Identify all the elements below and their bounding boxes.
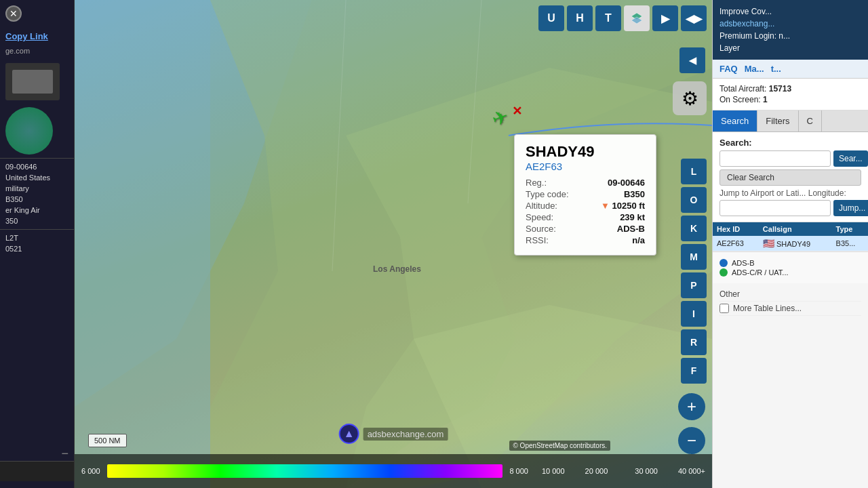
total-aircraft-row: Total Aircraft: 15713 [719, 84, 861, 94]
map-side-buttons: L O K M P I R F [681, 41, 707, 384]
popup-source-row: Source: ADS-B [526, 224, 645, 234]
extra-link[interactable]: t... [771, 64, 781, 74]
aircraft-table: Hex ID Callsign Type AE2F63 🇺🇸 SHADY49 B… [713, 222, 868, 251]
popup-type-row: Type code: B350 [526, 189, 645, 199]
btn-u[interactable]: U [538, 5, 564, 31]
jump-row: Jump... [719, 200, 861, 216]
tab-filters[interactable]: Filters [757, 110, 798, 131]
popup-reg-row: Reg.: 09-00646 [526, 178, 645, 188]
btn-t[interactable]: T [595, 5, 621, 31]
btn-h[interactable]: H [567, 5, 593, 31]
header-link[interactable]: adsbexchang... [719, 19, 774, 28]
collapse-btn[interactable]: ◀▶ [681, 5, 707, 31]
other-row: Other [719, 287, 861, 302]
scale-bar: 500 NM [88, 434, 127, 447]
jump-label: Jump to Airport or Lati... Longitude: [719, 188, 861, 198]
btn-l[interactable]: L [681, 159, 707, 184]
los-angeles-label: Los Angeles [373, 264, 421, 274]
map-toolbar: U H T ▶ ◀▶ [538, 5, 707, 31]
model-text: 350 [0, 216, 74, 226]
btn-r[interactable]: R [681, 329, 707, 355]
col-type[interactable]: Type [832, 222, 868, 236]
right-header: Improve Cov... adsbexchang... Premium Lo… [713, 0, 868, 60]
map-link[interactable]: Ma... [745, 64, 764, 74]
adsc-dot [719, 268, 728, 277]
color-label-4: 30 000 [635, 467, 658, 475]
alt-arrow-icon: ▼ [601, 201, 610, 211]
copy-link-button[interactable]: Copy Link [0, 27, 74, 45]
bar-label-2: 10 000 [479, 464, 500, 478]
popup-rssi-row: RSSI: n/a [526, 235, 645, 245]
jump-button[interactable]: Jump... [833, 200, 868, 216]
on-screen-row: On Screen: 1 [719, 95, 861, 104]
popup-alt-value: ▼ 10250 ft [601, 201, 645, 211]
btn-p[interactable]: P [681, 272, 707, 298]
color-label-3: 20 000 [585, 467, 608, 475]
on-screen-value: 1 [763, 95, 768, 104]
popup-source-value: ADS-B [617, 224, 645, 234]
map-area[interactable]: ✈ ✕ U H T ▶ ◀▶ ◀ ⚙ L O K M P I R F SH [75, 0, 712, 488]
popup-hex: AE2F63 [526, 161, 645, 172]
color-label-0: 6 000 [81, 467, 100, 475]
svg-marker-8 [631, 17, 642, 24]
flag-icon: 🇺🇸 [763, 238, 774, 249]
header-line1: Improve Cov... [719, 5, 861, 18]
btn-f[interactable]: F [681, 358, 707, 384]
on-screen-label: On Screen: [719, 95, 761, 104]
adsc-label: ADS-C/R / UAT... [732, 268, 789, 277]
right-panel: Improve Cov... adsbexchang... Premium Lo… [712, 0, 868, 488]
airport-text: L2T [0, 232, 74, 243]
close-button[interactable]: ✕ [5, 5, 22, 22]
cell-type: B35... [832, 236, 868, 251]
right-links: FAQ Ma... t... [713, 60, 868, 79]
zoom-out-button[interactable]: − [678, 427, 705, 454]
country-text: United States [0, 172, 74, 183]
popup-alt-row: Altitude: ▼ 10250 ft [526, 201, 645, 211]
more-table-row: More Table Lines... [719, 302, 861, 316]
btn-m[interactable]: M [681, 244, 707, 270]
forward-btn[interactable]: ▶ [652, 5, 678, 31]
layer-btn[interactable] [624, 5, 650, 31]
color-bar-container: 6 000 8 000 10 000 8 000 10 000 20 000 3… [75, 454, 712, 488]
tab-search[interactable]: Search [713, 110, 757, 131]
total-label: Total Aircraft: [719, 84, 766, 94]
col-callsign[interactable]: Callsign [759, 222, 832, 236]
altitude-color-bar: 8 000 10 000 [107, 464, 503, 478]
more-lines-checkbox[interactable] [719, 304, 729, 313]
btn-o[interactable]: O [681, 187, 707, 213]
divider2 [0, 229, 74, 230]
aircraft-close-icon[interactable]: ✕ [512, 104, 522, 119]
left-panel: ✕ Copy Link ge.com 09-00646 United State… [0, 0, 75, 488]
btn-i[interactable]: I [681, 301, 707, 327]
zoom-in-button[interactable]: + [678, 393, 705, 420]
search-input[interactable] [719, 150, 831, 167]
legend-adsc: ADS-C/R / UAT... [719, 268, 861, 277]
popup-reg-label: Reg.: [526, 178, 547, 188]
code-text: 0521 [0, 243, 74, 254]
color-label-2: 10 000 [542, 467, 565, 475]
col-hex-id[interactable]: Hex ID [713, 222, 759, 236]
popup-callsign: SHADY49 [526, 143, 645, 161]
popup-rssi-value: n/a [632, 235, 645, 245]
tab-c[interactable]: C [799, 110, 822, 131]
source-legend: ADS-B ADS-C/R / UAT... [713, 251, 868, 283]
premium-line: Premium Login: n... [719, 30, 861, 42]
clear-search-button[interactable]: Clear Search [719, 169, 861, 186]
table-row[interactable]: AE2F63 🇺🇸 SHADY49 B35... [713, 236, 868, 251]
btn-k[interactable]: K [681, 216, 707, 241]
left-bottom-bar [0, 461, 74, 481]
search-row: Sear... [719, 150, 861, 167]
faq-link[interactable]: FAQ [719, 64, 738, 74]
jump-input[interactable] [719, 200, 831, 216]
table-header-row: Hex ID Callsign Type [713, 222, 868, 236]
other-section: Other More Table Lines... [713, 283, 868, 320]
search-button[interactable]: Sear... [833, 150, 868, 167]
watermark-logo: ▲ [339, 424, 359, 444]
search-label: Search: [719, 138, 861, 148]
radar-circle [5, 107, 53, 155]
divider [0, 158, 74, 159]
popup-speed-value: 239 kt [620, 212, 645, 222]
cell-hex: AE2F63 [713, 236, 759, 251]
popup-alt-label: Altitude: [526, 201, 557, 211]
tab-bar: Search Filters C [713, 110, 868, 132]
